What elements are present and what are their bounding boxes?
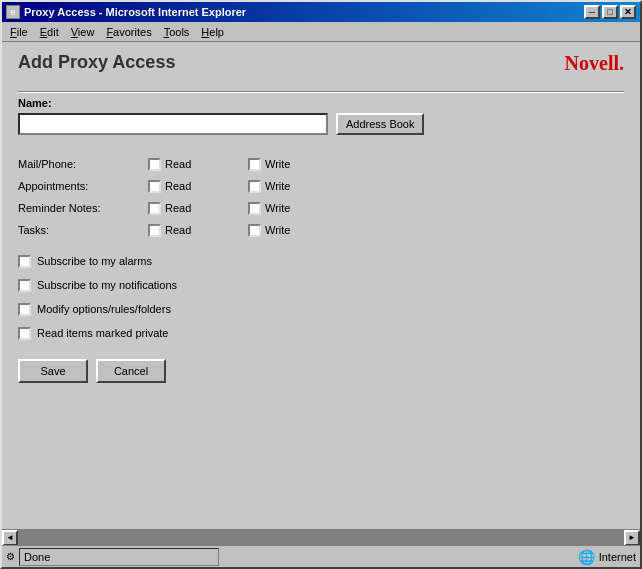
name-input[interactable]	[18, 113, 328, 135]
table-row: Reminder Notes: Read Write	[18, 197, 624, 219]
private-label: Read items marked private	[37, 327, 168, 339]
status-bar: ⚙ Done 🌐 Internet	[2, 545, 640, 567]
reminder-read-checkbox[interactable]	[148, 202, 161, 215]
permissions-table: Mail/Phone: Read Write Appointments:	[18, 153, 624, 241]
option-row-notifications: Subscribe to my notifications	[18, 275, 624, 295]
menu-tools[interactable]: Tools	[158, 24, 196, 40]
option-row-alarms: Subscribe to my alarms	[18, 251, 624, 271]
status-right: 🌐 Internet	[578, 549, 636, 565]
mail-write-checkbox[interactable]	[248, 158, 261, 171]
alarms-checkbox[interactable]	[18, 255, 31, 268]
modify-checkbox[interactable]	[18, 303, 31, 316]
reminder-write-checkbox[interactable]	[248, 202, 261, 215]
table-row: Mail/Phone: Read Write	[18, 153, 624, 175]
reminder-read-group: Read	[148, 202, 248, 215]
title-buttons: ─ □ ✕	[584, 5, 636, 19]
modify-label: Modify options/rules/folders	[37, 303, 171, 315]
name-section: Name: Address Book	[18, 97, 624, 145]
perm-label-tasks: Tasks:	[18, 224, 148, 236]
page-header: Add Proxy Access Novell.	[18, 52, 624, 75]
private-checkbox[interactable]	[18, 327, 31, 340]
table-row: Tasks: Read Write	[18, 219, 624, 241]
status-icon: ⚙	[6, 551, 15, 562]
option-row-modify: Modify options/rules/folders	[18, 299, 624, 319]
minimize-button[interactable]: ─	[584, 5, 600, 19]
tasks-write-group: Write	[248, 224, 290, 237]
options-section: Subscribe to my alarms Subscribe to my n…	[18, 251, 624, 343]
status-text-internet: Internet	[599, 551, 636, 563]
notifications-label: Subscribe to my notifications	[37, 279, 177, 291]
content-area: Add Proxy Access Novell. Name: Address B…	[2, 42, 640, 545]
menu-edit[interactable]: Edit	[34, 24, 65, 40]
name-label: Name:	[18, 97, 624, 109]
tasks-read-group: Read	[148, 224, 248, 237]
mail-write-group: Write	[248, 158, 290, 171]
save-button[interactable]: Save	[18, 359, 88, 383]
write-label-appointments: Write	[265, 180, 290, 192]
novell-logo: Novell.	[565, 52, 624, 75]
table-row: Appointments: Read Write	[18, 175, 624, 197]
tasks-read-checkbox[interactable]	[148, 224, 161, 237]
mail-read-group: Read	[148, 158, 248, 171]
option-row-private: Read items marked private	[18, 323, 624, 343]
scroll-track[interactable]	[18, 530, 624, 545]
menu-file[interactable]: File	[4, 24, 34, 40]
close-button[interactable]: ✕	[620, 5, 636, 19]
notifications-checkbox[interactable]	[18, 279, 31, 292]
menu-view[interactable]: View	[65, 24, 101, 40]
alarms-label: Subscribe to my alarms	[37, 255, 152, 267]
reminder-write-group: Write	[248, 202, 290, 215]
internet-icon: 🌐	[578, 549, 595, 565]
read-label-tasks: Read	[165, 224, 191, 236]
main-panel: Add Proxy Access Novell. Name: Address B…	[2, 42, 640, 529]
read-label-reminder: Read	[165, 202, 191, 214]
window-title: Proxy Access - Microsoft Internet Explor…	[24, 6, 246, 18]
menu-bar: File Edit View Favorites Tools Help	[2, 22, 640, 42]
status-text-done: Done	[19, 548, 219, 566]
read-label-appointments: Read	[165, 180, 191, 192]
scroll-left-arrow[interactable]: ◄	[2, 530, 18, 546]
cancel-button[interactable]: Cancel	[96, 359, 166, 383]
appointments-read-group: Read	[148, 180, 248, 193]
perm-label-mail: Mail/Phone:	[18, 158, 148, 170]
window: e Proxy Access - Microsoft Internet Expl…	[0, 0, 642, 569]
title-bar: e Proxy Access - Microsoft Internet Expl…	[2, 2, 640, 22]
perm-label-appointments: Appointments:	[18, 180, 148, 192]
mail-read-checkbox[interactable]	[148, 158, 161, 171]
maximize-button[interactable]: □	[602, 5, 618, 19]
tasks-write-checkbox[interactable]	[248, 224, 261, 237]
page-title: Add Proxy Access	[18, 52, 175, 73]
read-label-mail: Read	[165, 158, 191, 170]
write-label-reminder: Write	[265, 202, 290, 214]
appointments-write-group: Write	[248, 180, 290, 193]
write-label-tasks: Write	[265, 224, 290, 236]
divider-top	[18, 91, 624, 93]
appointments-write-checkbox[interactable]	[248, 180, 261, 193]
scroll-right-arrow[interactable]: ►	[624, 530, 640, 546]
buttons-row: Save Cancel	[18, 359, 624, 383]
name-row: Address Book	[18, 113, 624, 135]
horizontal-scrollbar: ◄ ►	[2, 529, 640, 545]
menu-favorites[interactable]: Favorites	[100, 24, 157, 40]
window-icon: e	[6, 5, 20, 19]
address-book-button[interactable]: Address Book	[336, 113, 424, 135]
appointments-read-checkbox[interactable]	[148, 180, 161, 193]
perm-label-reminder: Reminder Notes:	[18, 202, 148, 214]
menu-help[interactable]: Help	[195, 24, 230, 40]
write-label-mail: Write	[265, 158, 290, 170]
